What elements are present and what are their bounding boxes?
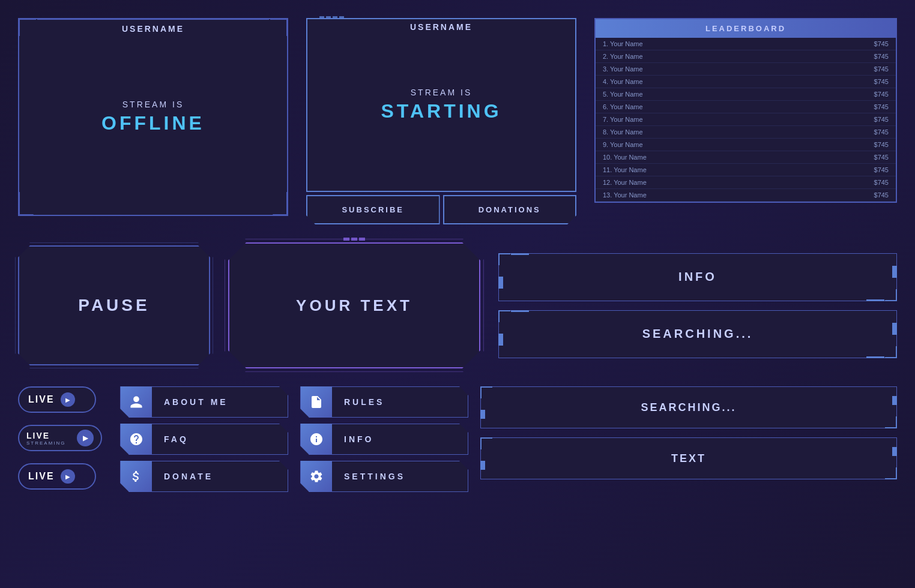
info-icon [309, 432, 324, 446]
left-menu-col: ABOUT ME FAQ DONATE [120, 386, 288, 492]
right-menu-col: RULES INFO SETTINGS [300, 386, 468, 492]
yourtext-text: YOUR TEXT [296, 296, 412, 315]
leaderboard-row: 8. Your Name$745 [596, 126, 896, 139]
top-row: USERNAME STREAM IS OFFLINE USERNAME STRE… [18, 18, 897, 224]
leaderboard-rank: 12. Your Name [603, 179, 647, 186]
document-icon-box [301, 386, 332, 418]
leaderboard-rank: 3. Your Name [603, 65, 643, 73]
leaderboard-row: 13. Your Name$745 [596, 189, 896, 202]
starting-status: STARTING [381, 100, 501, 122]
offline-username: USERNAME [122, 19, 184, 34]
leaderboard-rank: 2. Your Name [603, 53, 643, 60]
yourtext-panel: YOUR TEXT [228, 242, 480, 368]
settings-label: SETTINGS [344, 472, 405, 481]
text-bottom-text: TEXT [671, 452, 706, 465]
leaderboard-row: 10. Your Name$745 [596, 151, 896, 164]
donate-label: DONATE [164, 472, 213, 481]
middle-row: PAUSE YOUR TEXT [18, 242, 897, 368]
leaderboard-amount: $745 [874, 91, 889, 98]
info-panel: INFO [498, 253, 897, 301]
document-icon [309, 395, 324, 409]
searching-panel-text: SEARCHING... [642, 327, 753, 341]
person-icon [129, 395, 143, 409]
info-panel-text: INFO [678, 270, 717, 284]
leaderboard-amount: $745 [874, 141, 889, 148]
leaderboard-rows: 1. Your Name$7452. Your Name$7453. Your … [596, 38, 896, 202]
live-label-1: LIVE [28, 394, 55, 405]
leaderboard-rank: 6. Your Name [603, 103, 643, 110]
leaderboard-amount: $745 [874, 65, 889, 73]
leaderboard-row: 5. Your Name$745 [596, 88, 896, 101]
offline-stream-is: STREAM IS [122, 100, 184, 109]
leaderboard-row: 4. Your Name$745 [596, 76, 896, 88]
bottom-row: LIVE ▶ LIVE STREAMING ▶ LIVE ▶ ABOU [18, 386, 897, 492]
offline-status: OFFLINE [101, 112, 205, 134]
dollar-icon [129, 469, 143, 484]
leaderboard-row: 1. Your Name$745 [596, 38, 896, 50]
leaderboard-amount: $745 [874, 78, 889, 85]
leaderboard-row: 2. Your Name$745 [596, 50, 896, 63]
live-button-1[interactable]: LIVE ▶ [18, 386, 96, 413]
gear-icon-box [301, 461, 332, 492]
leaderboard-rank: 4. Your Name [603, 78, 643, 85]
leaderboard-row: 12. Your Name$745 [596, 176, 896, 189]
settings-button[interactable]: SETTINGS [300, 461, 468, 492]
leaderboard-amount: $745 [874, 179, 889, 186]
right-hud-panels: SEARCHING... TEXT [480, 386, 897, 479]
leaderboard-row: 6. Your Name$745 [596, 101, 896, 113]
info-button[interactable]: INFO [300, 424, 468, 455]
play-icon-2: ▶ [77, 430, 94, 446]
live-info-2: LIVE STREAMING [26, 431, 66, 446]
leaderboard-rank: 10. Your Name [603, 154, 647, 161]
live-button-3[interactable]: LIVE ▶ [18, 463, 96, 490]
searching-panel: SEARCHING... [498, 310, 897, 358]
leaderboard-rank: 11. Your Name [603, 166, 647, 173]
offline-panel: USERNAME STREAM IS OFFLINE [18, 18, 288, 216]
leaderboard-rank: 1. Your Name [603, 40, 643, 47]
person-icon-box [121, 386, 152, 418]
leaderboard-amount: $745 [874, 103, 889, 110]
leaderboard-amount: $745 [874, 166, 889, 173]
leaderboard-amount: $745 [874, 53, 889, 60]
leaderboard-rank: 13. Your Name [603, 191, 647, 199]
donations-button[interactable]: DONATIONS [443, 195, 577, 224]
leaderboard-rank: 7. Your Name [603, 116, 643, 123]
leaderboard-amount: $745 [874, 128, 889, 136]
leaderboard-row: 11. Your Name$745 [596, 164, 896, 176]
rules-label: RULES [344, 397, 384, 407]
question-icon [129, 432, 143, 446]
streaming-label: STREAMING [26, 440, 66, 446]
pause-panel: PAUSE [18, 245, 210, 365]
dollar-icon-box [121, 461, 152, 492]
leaderboard-rank: 8. Your Name [603, 128, 643, 136]
leaderboard-title: LEADERBOARD [596, 19, 896, 38]
about-me-button[interactable]: ABOUT ME [120, 386, 288, 418]
live-buttons-col: LIVE ▶ LIVE STREAMING ▶ LIVE ▶ [18, 386, 108, 490]
info-icon-box [301, 424, 332, 455]
play-icon-1: ▶ [61, 392, 75, 407]
about-me-label: ABOUT ME [164, 397, 228, 407]
leaderboard-amount: $745 [874, 116, 889, 123]
info-label: INFO [344, 434, 373, 444]
donate-button[interactable]: DONATE [120, 461, 288, 492]
leaderboard-rank: 9. Your Name [603, 141, 643, 148]
starting-panel: USERNAME STREAM IS STARTING SUBSCRIBE DO… [306, 18, 576, 224]
live-button-2[interactable]: LIVE STREAMING ▶ [18, 425, 102, 451]
faq-button[interactable]: FAQ [120, 424, 288, 455]
leaderboard-rank: 5. Your Name [603, 91, 643, 98]
live-label-3: LIVE [28, 471, 55, 482]
leaderboard-panel: LEADERBOARD 1. Your Name$7452. Your Name… [594, 18, 897, 224]
leaderboard-amount: $745 [874, 40, 889, 47]
leaderboard-row: 9. Your Name$745 [596, 139, 896, 151]
pause-text: PAUSE [78, 296, 149, 315]
subscribe-button[interactable]: SUBSCRIBE [306, 195, 440, 224]
leaderboard-row: 7. Your Name$745 [596, 113, 896, 126]
starting-username: USERNAME [410, 22, 473, 32]
starting-stream-is: STREAM IS [411, 88, 472, 97]
rules-button[interactable]: RULES [300, 386, 468, 418]
searching-bottom-text: SEARCHING... [641, 401, 736, 414]
live-label-2: LIVE [26, 431, 66, 440]
right-info-panels: INFO SEARCHING... [498, 253, 897, 358]
gear-icon [309, 469, 324, 484]
leaderboard-amount: $745 [874, 191, 889, 199]
